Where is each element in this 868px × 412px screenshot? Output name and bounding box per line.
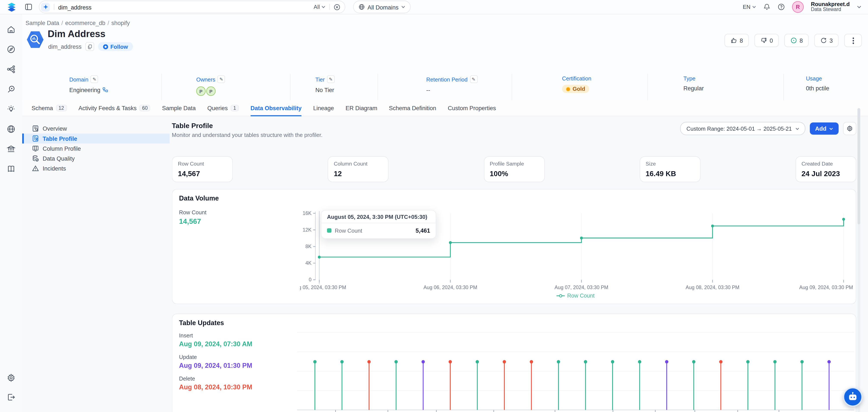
explore-compass-icon[interactable] [7,45,16,54]
app-logo[interactable] [0,2,23,12]
lineage-pipeline-icon[interactable] [7,65,16,74]
edit-tier-icon[interactable]: ✎ [327,75,335,83]
kebab-menu-icon [852,37,854,44]
global-search-bar[interactable]: dim_address All [39,1,345,13]
user-avatar[interactable]: R [792,1,804,13]
edit-domain-icon[interactable]: ✎ [91,75,98,83]
entity-name: dim_address [48,43,82,50]
certification-label: Certification [562,75,591,81]
date-range-label: Custom Range: 2024-05-01 → 2025-05-21 [686,125,792,131]
date-range-dropdown[interactable]: Custom Range: 2024-05-01 → 2025-05-21 [680,122,805,135]
tab-activity-feeds[interactable]: Activity Feeds & Tasks60 [79,100,151,116]
entity-tabs: Schema12 Activity Feeds & Tasks60 Sample… [22,100,868,117]
glossary-book-icon[interactable] [7,164,16,173]
more-options-button[interactable] [844,34,862,47]
insights-lightbulb-icon[interactable] [7,105,16,114]
domains-filter-dropdown[interactable]: All Domains [353,1,411,13]
edit-retention-icon[interactable]: ✎ [470,75,477,83]
page-scrollbar-thumb[interactable] [858,108,860,224]
data-volume-stat: Row Count 14,567 [179,209,207,225]
follow-button[interactable]: Follow [98,42,133,51]
left-nav-rail [0,14,22,412]
observability-content: Overview Table Profile Column Profile Da… [22,117,868,412]
edit-owners-icon[interactable]: ✎ [217,75,225,83]
upvote-button[interactable]: 8 [724,34,749,47]
sidebar-item-label: Incidents [43,165,66,172]
watch-button[interactable]: 8 [784,34,809,47]
top-bar: dim_address All All Domains EN [0,0,868,14]
downvote-count: 0 [770,37,773,44]
breadcrumb-database[interactable]: ecommerce_db [65,20,105,26]
search-scope-dropdown[interactable]: All [314,4,325,10]
search-input[interactable]: dim_address [58,4,314,10]
clear-search-icon[interactable] [334,4,340,10]
meta-owners: Owners✎ P P [162,74,290,100]
chevron-down-icon [321,6,325,8]
tab-data-observability[interactable]: Data Observability [250,100,302,116]
breadcrumb-separator: / [61,20,63,26]
copy-icon[interactable] [86,42,94,51]
tab-schema[interactable]: Schema12 [31,100,67,116]
column-profile-icon [32,145,39,152]
table-service-icon [27,30,44,50]
stat-card-column-count: Column Count12 [328,156,389,182]
gear-icon [846,125,853,132]
add-button[interactable]: Add [810,123,839,135]
chevron-down-icon[interactable] [857,6,862,8]
tier-label: Tier [315,76,324,82]
domains-filter-label: All Domains [368,4,399,10]
sidebar-item-incidents[interactable]: Incidents [22,163,170,173]
table-updates-stem-chart[interactable]: Aug 05, 2024, 03:30 AMAug 05, 2024, 12:3… [291,330,857,412]
sidebar-item-table-profile[interactable]: Table Profile [22,133,170,144]
sidebar-item-overview[interactable]: Overview [22,124,170,133]
domain-value[interactable]: Engineering [69,87,100,93]
notifications-bell-icon[interactable] [763,3,770,10]
home-icon[interactable] [7,25,16,34]
profiler-settings-button[interactable] [843,122,856,135]
govern-bank-icon[interactable] [7,145,16,154]
settings-gear-icon[interactable] [7,373,16,382]
help-icon[interactable] [778,3,785,10]
language-selector[interactable]: EN [743,4,756,10]
type-label: Type [683,75,695,81]
stat-card-row-count: Row Count14,567 [172,156,233,182]
breadcrumb-service[interactable]: Sample Data [26,20,59,26]
owner-avatar[interactable]: P [206,87,216,96]
update-stat: Update Aug 09, 2024, 01:30 PM [179,354,252,370]
domains-globe-icon[interactable] [7,125,16,133]
upvote-count: 8 [740,37,743,44]
rail-bottom-cluster [7,373,16,412]
tab-queries[interactable]: Queries1 [207,100,239,116]
tab-sample-data[interactable]: Sample Data [162,100,196,116]
observability-search-icon[interactable] [7,85,16,94]
tab-custom-properties[interactable]: Custom Properties [448,100,496,116]
language-label: EN [743,4,750,10]
tooltip-series-name: Row Count [335,227,362,233]
sidebar-item-label: Column Profile [43,145,81,152]
breadcrumb-schema[interactable]: shopify [111,20,130,26]
sidebar-item-data-quality[interactable]: Data Quality [22,154,170,163]
tab-er-diagram[interactable]: ER Diagram [346,100,377,116]
sidebar-item-column-profile[interactable]: Column Profile [22,144,170,154]
row-count-legend[interactable]: Row Count [300,292,851,299]
tab-lineage[interactable]: Lineage [313,100,334,116]
svg-text:Aug 09, 2024, 03:30 PM: Aug 09, 2024, 03:30 PM [799,285,853,290]
ai-sparkle-icon[interactable] [41,3,50,11]
owner-avatar[interactable]: P [196,87,206,96]
downvote-button[interactable]: 0 [754,34,779,47]
svg-text:12K: 12K [303,227,312,233]
watch-count: 8 [800,37,803,44]
tab-schema-definition[interactable]: Schema Definition [389,100,436,116]
insert-stat: Insert Aug 09, 2024, 07:30 AM [179,332,252,348]
chatbot-icon [847,392,858,402]
chat-assistant-button[interactable] [843,387,862,407]
stat-card-size: Size16.49 KB [640,156,701,182]
sidebar-item-label: Table Profile [43,135,77,142]
svg-text:16K: 16K [303,211,312,216]
incidents-warning-icon [32,165,39,172]
user-menu[interactable]: Rounakpreet.d Data Steward [811,1,850,13]
sidebar-toggle-icon[interactable] [23,2,33,12]
logout-icon[interactable] [7,393,16,402]
version-button[interactable]: 3 [814,34,839,47]
gold-medal-icon [566,87,570,91]
